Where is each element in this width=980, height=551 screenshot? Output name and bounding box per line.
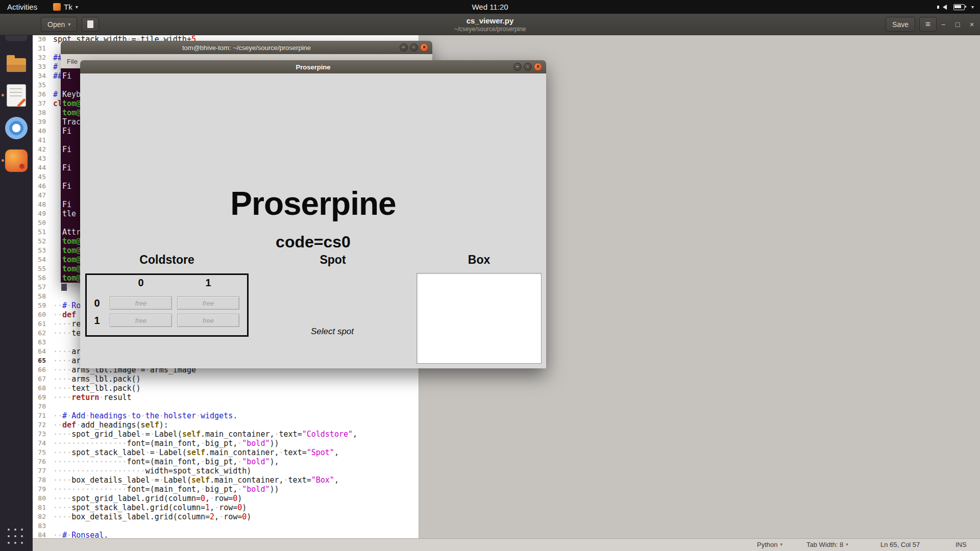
gedit-window-controls: − □ × <box>939 14 976 35</box>
line-number: 48 <box>33 200 51 209</box>
code-text <box>51 127 53 136</box>
gedit-headerbar: Open cs_viewer.py ~/cseye/source/proserp… <box>0 14 980 35</box>
system-tray[interactable]: ▾ <box>943 0 974 14</box>
terminal-prompt-fragment: tom@ <box>62 108 81 117</box>
terminal-title: tom@bhive-tom: ~/cseye/source/proserpine <box>182 44 311 52</box>
language-mode-dropdown[interactable]: Python <box>757 539 782 550</box>
close-button[interactable]: × <box>534 63 542 71</box>
minimize-button[interactable]: − <box>400 43 408 52</box>
code-text <box>51 163 53 172</box>
code-text <box>51 283 53 292</box>
line-number: 44 <box>33 163 51 172</box>
proserpine-window: Proserpine − ▫ × Proserpine code=cs0 Col… <box>80 60 546 368</box>
proserpine-content: Proserpine code=cs0 Coldstore Spot Box 0… <box>80 73 546 368</box>
line-number: 71 <box>33 411 51 420</box>
line-number: 37 <box>33 99 51 108</box>
maximize-button[interactable]: ▫ <box>524 63 532 71</box>
line-number: 80 <box>33 494 51 503</box>
code-text: ····spot_grid_label.grid(column=0,·row=0… <box>51 494 242 503</box>
box-details-list[interactable] <box>416 273 542 364</box>
code-text: ····spot_stack_label.grid(column=1,·row=… <box>51 503 247 512</box>
minimize-button[interactable]: − <box>513 63 522 71</box>
line-number: 83 <box>33 521 51 531</box>
coldstore-cell-1-0[interactable]: free <box>110 314 172 327</box>
terminal-output-fragment: Fi <box>62 127 71 136</box>
document-path: ~/cseye/source/proserpine <box>0 26 980 33</box>
line-number: 70 <box>33 402 51 411</box>
insert-mode-label: INS <box>955 539 967 550</box>
spot-header: Spot <box>254 253 412 267</box>
line-number: 41 <box>33 136 51 145</box>
line-number: 43 <box>33 154 51 163</box>
cursor-position-label: Ln 65, Col 57 <box>880 539 920 550</box>
text-editor-icon <box>7 84 26 107</box>
grid-row-header-0: 0 <box>90 296 104 310</box>
code-text <box>51 200 53 209</box>
terminal-output-fragment: Attr <box>62 228 81 237</box>
line-number: 76 <box>33 457 51 466</box>
app-code-label: code=cs0 <box>80 233 546 252</box>
coldstore-header: Coldstore <box>80 253 254 267</box>
terminal-prompt-fragment: tom@ <box>62 264 81 273</box>
maximize-icon[interactable]: □ <box>953 20 962 29</box>
coldstore-cell-0-1[interactable]: free <box>177 296 239 310</box>
line-number: 32 <box>33 53 51 62</box>
line-number: 54 <box>33 255 51 264</box>
dock-item-orange-app[interactable] <box>0 144 33 177</box>
coldstore-cell-0-0[interactable]: free <box>110 296 172 310</box>
window-title-block: cs_viewer.py ~/cseye/source/proserpine <box>0 16 980 33</box>
terminal-cursor-block <box>61 284 67 291</box>
line-number: 81 <box>33 503 51 512</box>
coldstore-cell-1-1[interactable]: free <box>177 314 239 327</box>
gedit-statusbar: Python Tab Width: 8 Ln 65, Col 57 INS <box>0 538 980 551</box>
show-applications-icon[interactable] <box>8 529 25 546</box>
proserpine-titlebar[interactable]: Proserpine − ▫ × <box>80 60 546 73</box>
code-text <box>51 182 53 191</box>
dock-item-text-editor[interactable] <box>0 79 33 112</box>
spot-placeholder-text: Select spot <box>281 327 383 337</box>
code-text <box>51 264 53 273</box>
line-number: 75 <box>33 448 51 457</box>
code-text <box>51 273 53 283</box>
language-mode-label: Python <box>757 539 777 550</box>
line-number: 42 <box>33 145 51 154</box>
battery-icon <box>953 4 965 10</box>
line-number: 60 <box>33 310 51 319</box>
tab-width-dropdown[interactable]: Tab Width: 8 <box>806 539 848 550</box>
proserpine-window-buttons: − ▫ × <box>513 63 542 71</box>
proserpine-window-title: Proserpine <box>296 63 331 71</box>
code-text <box>51 402 53 411</box>
code-text <box>51 228 53 237</box>
terminal-output-fragment: Fi <box>62 200 71 209</box>
line-number: 30 <box>33 35 51 44</box>
dock-item-browser[interactable] <box>0 112 33 144</box>
terminal-prompt-fragment: tom@ <box>62 255 81 264</box>
save-button[interactable]: Save <box>886 17 915 32</box>
minimize-icon[interactable]: − <box>939 20 947 29</box>
line-number: 57 <box>33 283 51 292</box>
clock[interactable]: Wed 11:20 <box>0 0 980 14</box>
line-number: 65 <box>33 356 51 365</box>
line-number: 33 <box>33 62 51 71</box>
grid-row-header-1: 1 <box>90 314 104 327</box>
terminal-titlebar[interactable]: tom@bhive-tom: ~/cseye/source/proserpine… <box>61 41 432 54</box>
line-number: 62 <box>33 329 51 338</box>
code-text <box>51 209 53 218</box>
line-number: 59 <box>33 301 51 310</box>
code-text: ····ar <box>51 356 81 365</box>
code-text: ··def <box>51 310 76 319</box>
hamburger-menu-button[interactable]: ≡ <box>919 17 937 32</box>
dock-item-files[interactable] <box>0 46 33 79</box>
code-text: ················font=(main_font,·big_pt,… <box>51 439 279 448</box>
maximize-button[interactable]: ▫ <box>410 43 418 52</box>
close-button[interactable]: × <box>420 43 428 52</box>
terminal-prompt-fragment: tom@ <box>62 273 81 283</box>
line-number: 53 <box>33 246 51 255</box>
box-header: Box <box>412 253 546 267</box>
close-icon[interactable]: × <box>968 20 976 29</box>
browser-icon <box>5 117 28 139</box>
menu-file[interactable]: File <box>67 58 78 65</box>
line-number: 78 <box>33 475 51 485</box>
line-number: 82 <box>33 512 51 521</box>
line-number: 56 <box>33 273 51 283</box>
